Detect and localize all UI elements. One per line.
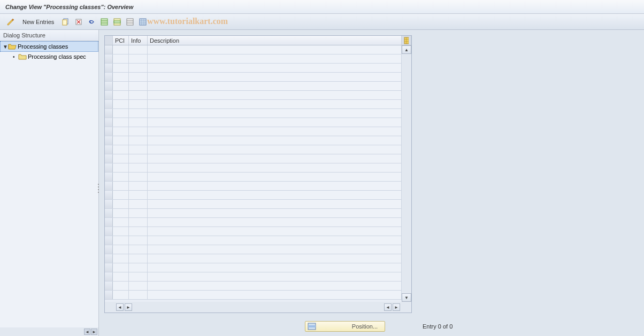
cell-info[interactable] <box>129 191 148 199</box>
cell-description[interactable] <box>148 254 402 263</box>
cell-info[interactable] <box>129 100 148 108</box>
row-selector[interactable] <box>105 291 113 299</box>
cell-description[interactable] <box>148 54 402 63</box>
cell-description[interactable] <box>148 127 402 136</box>
cell-pcl[interactable] <box>113 282 129 290</box>
cell-description[interactable] <box>148 200 402 208</box>
column-header-pcl[interactable]: PCl <box>113 36 129 45</box>
cell-info[interactable] <box>129 236 148 245</box>
cell-info[interactable] <box>129 127 148 136</box>
scroll-left-end-icon[interactable]: ◄ <box>384 303 392 311</box>
cell-info[interactable] <box>129 254 148 263</box>
position-button[interactable]: Position... <box>305 321 385 332</box>
row-selector[interactable] <box>105 127 113 136</box>
cell-description[interactable] <box>148 173 402 181</box>
table-row[interactable] <box>105 154 411 163</box>
row-selector[interactable] <box>105 82 113 90</box>
row-selector[interactable] <box>105 91 113 99</box>
row-selector[interactable] <box>105 218 113 226</box>
row-selector[interactable] <box>105 118 113 127</box>
cell-description[interactable] <box>148 282 402 290</box>
cell-pcl[interactable] <box>113 100 129 108</box>
cell-info[interactable] <box>129 54 148 63</box>
tree-item-processing-classes[interactable]: ▼ Processing classes <box>0 41 98 52</box>
change-icon[interactable] <box>5 17 16 27</box>
horizontal-scrollbar[interactable]: ◄ ► ◄ ► <box>105 302 411 312</box>
scroll-left-icon[interactable]: ◄ <box>116 303 124 311</box>
cell-pcl[interactable] <box>113 54 129 63</box>
row-selector[interactable] <box>105 54 113 63</box>
cell-info[interactable] <box>129 118 148 127</box>
cell-info[interactable] <box>129 173 148 181</box>
column-header-description[interactable]: Description <box>148 36 402 45</box>
table-settings-icon[interactable] <box>137 17 148 27</box>
cell-description[interactable] <box>148 91 402 99</box>
table-row[interactable] <box>105 227 411 236</box>
row-selector[interactable] <box>105 272 113 281</box>
row-selector[interactable] <box>105 154 113 163</box>
cell-pcl[interactable] <box>113 64 129 72</box>
tree-item-processing-class-spec[interactable]: • Processing class spec <box>0 52 98 61</box>
cell-info[interactable] <box>129 109 148 118</box>
cell-pcl[interactable] <box>113 145 129 154</box>
sidebar-h-scrollbar[interactable]: ◄ ► <box>0 327 98 336</box>
table-row[interactable] <box>105 291 411 300</box>
cell-pcl[interactable] <box>113 109 129 118</box>
scroll-right-icon[interactable]: ► <box>125 303 132 311</box>
cell-description[interactable] <box>148 73 402 81</box>
cell-info[interactable] <box>129 136 148 145</box>
select-all-column-header[interactable] <box>105 36 113 45</box>
cell-pcl[interactable] <box>113 227 129 236</box>
cell-pcl[interactable] <box>113 245 129 254</box>
cell-info[interactable] <box>129 182 148 190</box>
table-row[interactable] <box>105 82 411 91</box>
row-selector[interactable] <box>105 182 113 190</box>
cell-pcl[interactable] <box>113 200 129 208</box>
row-selector[interactable] <box>105 173 113 181</box>
cell-pcl[interactable] <box>113 118 129 127</box>
cell-pcl[interactable] <box>113 136 129 145</box>
table-row[interactable] <box>105 236 411 245</box>
delete-icon[interactable] <box>73 17 84 27</box>
scroll-down-icon[interactable]: ▼ <box>402 293 411 302</box>
cell-pcl[interactable] <box>113 45 129 54</box>
row-selector[interactable] <box>105 282 113 290</box>
table-row[interactable] <box>105 245 411 254</box>
cell-description[interactable] <box>148 209 402 217</box>
row-selector[interactable] <box>105 245 113 254</box>
table-row[interactable] <box>105 136 411 145</box>
new-entries-button[interactable]: New Entries <box>18 17 58 27</box>
cell-info[interactable] <box>129 291 148 299</box>
table-row[interactable] <box>105 182 411 191</box>
cell-pcl[interactable] <box>113 154 129 163</box>
cell-description[interactable] <box>148 245 402 254</box>
undo-icon[interactable] <box>86 17 97 27</box>
table-row[interactable] <box>105 145 411 154</box>
cell-pcl[interactable] <box>113 218 129 226</box>
row-selector[interactable] <box>105 136 113 145</box>
table-row[interactable] <box>105 127 411 136</box>
cell-description[interactable] <box>148 109 402 118</box>
scroll-left-icon[interactable]: ◄ <box>84 329 90 335</box>
table-row[interactable] <box>105 91 411 100</box>
cell-description[interactable] <box>148 272 402 281</box>
table-row[interactable] <box>105 191 411 200</box>
scroll-up-icon[interactable]: ▲ <box>402 45 411 54</box>
cell-pcl[interactable] <box>113 173 129 181</box>
row-selector[interactable] <box>105 209 113 217</box>
cell-description[interactable] <box>148 236 402 245</box>
table-row[interactable] <box>105 54 411 64</box>
cell-info[interactable] <box>129 91 148 99</box>
cell-pcl[interactable] <box>113 182 129 190</box>
select-all-icon[interactable] <box>99 17 110 27</box>
table-row[interactable] <box>105 118 411 127</box>
row-selector[interactable] <box>105 254 113 263</box>
cell-description[interactable] <box>148 64 402 72</box>
cell-info[interactable] <box>129 145 148 154</box>
cell-pcl[interactable] <box>113 263 129 272</box>
cell-description[interactable] <box>148 291 402 299</box>
table-row[interactable] <box>105 73 411 82</box>
column-header-info[interactable]: Info <box>129 36 148 45</box>
cell-pcl[interactable] <box>113 91 129 99</box>
cell-description[interactable] <box>148 227 402 236</box>
